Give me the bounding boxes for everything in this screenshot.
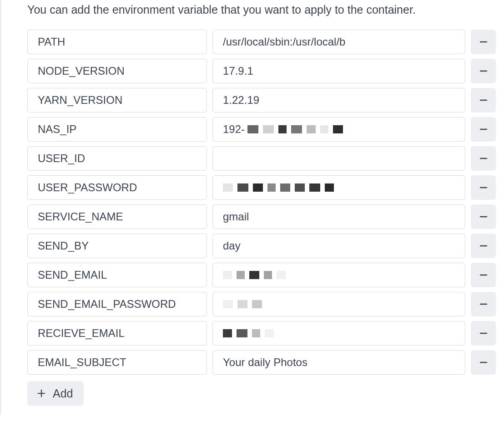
- remove-env-var-button[interactable]: [471, 146, 496, 171]
- remove-env-var-button[interactable]: [471, 204, 496, 229]
- env-var-key-input[interactable]: [27, 321, 207, 346]
- minus-icon: [478, 328, 489, 339]
- env-var-row: [27, 321, 496, 346]
- minus-icon: [478, 153, 489, 164]
- env-var-row: [27, 292, 496, 316]
- env-var-key-input[interactable]: [27, 204, 207, 229]
- env-var-value-input[interactable]: [212, 175, 465, 200]
- remove-env-var-button[interactable]: [471, 88, 496, 112]
- env-var-key-input[interactable]: [27, 30, 207, 54]
- minus-icon: [478, 95, 489, 106]
- remove-env-var-button[interactable]: [471, 175, 496, 200]
- remove-env-var-button[interactable]: [471, 59, 496, 83]
- plus-icon: [36, 388, 46, 398]
- env-var-value-input[interactable]: [212, 30, 465, 54]
- minus-icon: [478, 357, 489, 368]
- remove-env-var-button[interactable]: [471, 321, 496, 346]
- remove-env-var-button[interactable]: [471, 30, 496, 54]
- env-vars-list: 192-: [27, 30, 496, 375]
- minus-icon: [478, 240, 489, 251]
- env-var-key-input[interactable]: [27, 59, 207, 83]
- env-var-value-input[interactable]: [212, 234, 465, 258]
- env-var-row: [27, 175, 496, 200]
- remove-env-var-button[interactable]: [471, 350, 496, 375]
- minus-icon: [478, 211, 489, 222]
- remove-env-var-button[interactable]: [471, 234, 496, 258]
- env-var-value-prefix: 192-: [223, 123, 245, 136]
- remove-env-var-button[interactable]: [471, 292, 496, 316]
- minus-icon: [478, 270, 489, 280]
- minus-icon: [478, 299, 489, 310]
- redacted-value: [223, 263, 286, 287]
- remove-env-var-button[interactable]: [471, 263, 496, 287]
- env-var-key-input[interactable]: [27, 175, 207, 200]
- env-var-value-input[interactable]: [212, 350, 465, 375]
- add-button-label: Add: [53, 387, 73, 400]
- env-var-value-input[interactable]: 192-: [212, 117, 465, 142]
- env-var-value-input[interactable]: [212, 204, 465, 229]
- env-var-key-input[interactable]: [27, 263, 207, 287]
- env-var-value-input[interactable]: [212, 321, 465, 346]
- redacted-value: [223, 321, 274, 345]
- remove-env-var-button[interactable]: [471, 117, 496, 142]
- minus-icon: [478, 124, 489, 135]
- env-var-row: [27, 88, 496, 112]
- env-var-row: [27, 263, 496, 287]
- env-var-key-input[interactable]: [27, 234, 207, 258]
- add-env-var-button[interactable]: Add: [27, 381, 84, 406]
- redacted-value: [223, 176, 334, 199]
- env-var-row: [27, 30, 496, 54]
- env-var-key-input[interactable]: [27, 292, 207, 316]
- env-var-value-input[interactable]: [212, 292, 465, 316]
- redacted-value: [247, 117, 343, 141]
- env-var-value-input[interactable]: [212, 59, 465, 83]
- env-var-key-input[interactable]: [27, 88, 207, 112]
- env-var-row: [27, 146, 496, 171]
- redacted-value: [223, 292, 262, 316]
- env-var-value-input[interactable]: [212, 88, 465, 112]
- env-var-row: [27, 59, 496, 83]
- env-vars-description: You can add the environment variable tha…: [27, 0, 496, 18]
- minus-icon: [478, 182, 489, 193]
- minus-icon: [478, 66, 489, 76]
- env-var-key-input[interactable]: [27, 117, 207, 142]
- env-var-value-input[interactable]: [212, 263, 465, 287]
- env-var-row: [27, 204, 496, 229]
- env-var-key-input[interactable]: [27, 146, 207, 171]
- env-var-row: 192-: [27, 117, 496, 142]
- env-var-row: [27, 350, 496, 375]
- minus-icon: [478, 36, 489, 47]
- env-var-value-input[interactable]: [212, 146, 465, 171]
- env-var-key-input[interactable]: [27, 350, 207, 375]
- env-var-row: [27, 234, 496, 258]
